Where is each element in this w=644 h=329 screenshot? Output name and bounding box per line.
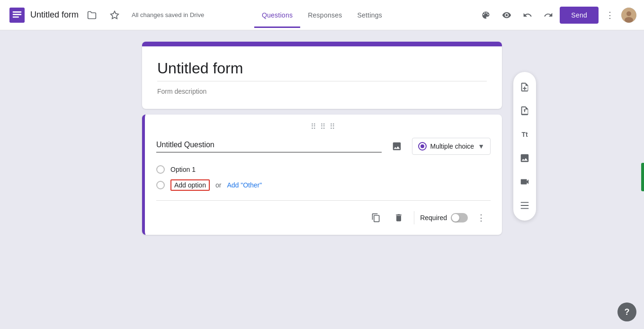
svg-marker-4 [111, 11, 119, 18]
more-options-button[interactable]: ⋮ [600, 6, 619, 25]
question-input[interactable] [156, 141, 382, 152]
tabs: Questions Responses Settings [254, 2, 390, 28]
preview-button[interactable] [497, 6, 516, 25]
add-image-button[interactable] [513, 147, 536, 169]
topbar-right: Send ⋮ [476, 6, 636, 25]
title-text-icon: Tt [521, 131, 528, 138]
palette-button[interactable] [476, 6, 495, 25]
star-button[interactable] [105, 6, 124, 25]
add-title-button[interactable]: Tt [513, 123, 536, 146]
folder-button[interactable] [82, 6, 101, 25]
send-button[interactable]: Send [560, 7, 599, 24]
add-option-placeholder-radio [156, 181, 165, 189]
scroll-indicator [641, 163, 644, 191]
redo-button[interactable] [539, 6, 558, 25]
card-divider [156, 200, 491, 201]
option-radio [156, 165, 165, 174]
required-toggle[interactable] [451, 213, 468, 222]
undo-button[interactable] [518, 6, 537, 25]
svg-point-7 [625, 17, 633, 23]
tab-responses[interactable]: Responses [300, 2, 349, 28]
import-questions-button[interactable] [513, 99, 536, 122]
required-label: Required [420, 214, 447, 222]
form-title-card [142, 42, 502, 109]
help-button[interactable]: ? [617, 302, 636, 321]
svg-point-6 [626, 11, 631, 16]
delete-question-button[interactable] [389, 208, 408, 227]
svg-rect-2 [13, 14, 22, 15]
add-section-button[interactable] [513, 194, 536, 217]
topbar: Untitled form All changes saved in Drive… [0, 0, 644, 30]
side-toolbar: Tt [513, 72, 536, 221]
more-vert-icon: ⋮ [477, 213, 485, 223]
question-type-label: Multiple choice [430, 142, 474, 150]
multiple-choice-icon [418, 142, 427, 151]
form-description-input[interactable] [157, 88, 487, 95]
copy-question-button[interactable] [367, 208, 385, 227]
card-bottom: Required ⋮ [156, 205, 491, 227]
question-card: ⠿ ⠿ ⠿ Multiple choice ▼ Option 1 Add opt… [142, 115, 502, 235]
form-title-input[interactable] [157, 60, 487, 81]
drag-handle[interactable]: ⠿ ⠿ ⠿ [156, 122, 491, 131]
svg-rect-3 [13, 16, 19, 18]
avatar[interactable] [621, 8, 636, 23]
question-image-button[interactable] [387, 137, 406, 156]
app-icon [8, 6, 27, 25]
vertical-divider [414, 211, 414, 224]
add-question-button[interactable] [513, 76, 536, 98]
topbar-left: Untitled form All changes saved in Drive [8, 6, 476, 25]
option-row: Option 1 [156, 165, 491, 174]
add-video-button[interactable] [513, 170, 536, 193]
chevron-down-icon: ▼ [478, 142, 484, 150]
topbar-form-title: Untitled form [30, 10, 79, 20]
add-option-row: Add option or Add "Other" [156, 179, 491, 191]
content-area: ⠿ ⠿ ⠿ Multiple choice ▼ Option 1 Add opt… [0, 30, 644, 329]
autosave-status: All changes saved in Drive [132, 11, 204, 18]
more-vert-icon: ⋮ [606, 10, 614, 20]
add-option-link[interactable]: Add option [170, 179, 210, 191]
add-other-link[interactable]: Add "Other" [227, 181, 262, 189]
tab-settings[interactable]: Settings [350, 2, 390, 28]
question-top-row: Multiple choice ▼ [156, 137, 491, 156]
svg-rect-1 [13, 11, 22, 13]
add-option-or-text: or [215, 181, 221, 189]
option-1-label: Option 1 [170, 166, 196, 173]
question-type-dropdown[interactable]: Multiple choice ▼ [412, 138, 491, 155]
help-icon: ? [625, 307, 630, 317]
more-question-options-button[interactable]: ⋮ [472, 208, 491, 227]
tab-questions[interactable]: Questions [254, 2, 300, 28]
